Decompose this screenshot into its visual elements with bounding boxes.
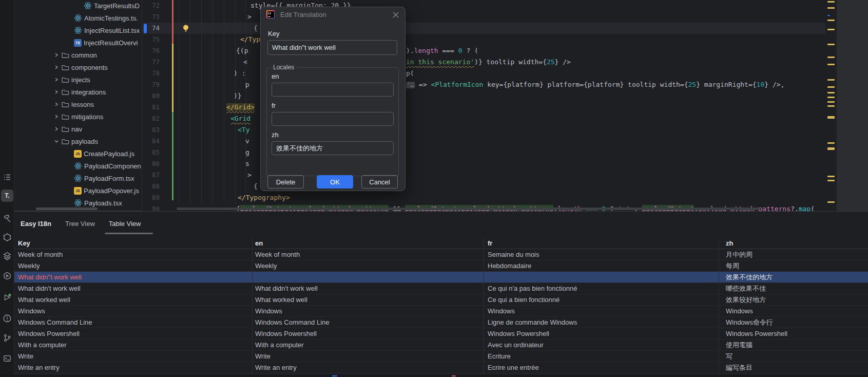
warning-stripe-mark[interactable] — [827, 101, 835, 103]
table-cell[interactable]: Avec un ordinateur — [488, 340, 721, 351]
warning-stripe-mark[interactable] — [827, 1, 835, 3]
code-editor[interactable]: 72737475767778798081828384858687888990 s… — [142, 0, 868, 211]
warning-stripe-mark[interactable] — [827, 147, 835, 150]
table-cell[interactable]: Write — [255, 351, 483, 362]
table-row[interactable]: Write an entryWrite an entryEcrire une e… — [14, 362, 868, 373]
table-cell[interactable]: What worked well — [255, 294, 483, 306]
code-line[interactable]: v — [142, 136, 868, 147]
tree-item[interactable]: TSInjectResultOvervi — [74, 36, 138, 49]
table-cell[interactable]: Weekly — [255, 260, 483, 272]
table-cell[interactable]: Ce qui a bien fonctionné — [488, 294, 721, 306]
table-cell[interactable]: 每周 — [726, 260, 863, 272]
code-line[interactable]: </Typography> — [142, 34, 868, 45]
column-divider[interactable] — [719, 238, 719, 375]
tree-item[interactable]: payloads — [54, 135, 98, 147]
table-cell[interactable]: Ecrire une entrée — [488, 362, 721, 373]
tree-item[interactable]: components — [54, 61, 108, 73]
tree-item[interactable]: JSPayloadPopover.js — [74, 184, 139, 197]
key-input[interactable] — [267, 40, 397, 55]
close-icon[interactable] — [392, 11, 400, 19]
table-cell[interactable]: Write — [18, 351, 250, 362]
table-cell[interactable]: Week of month — [255, 249, 483, 260]
code-line[interactable]: {(p).length === 0 ? ( — [142, 45, 868, 56]
warning-stripe-mark[interactable] — [827, 56, 835, 58]
warning-stripe-mark[interactable] — [827, 20, 835, 21]
tree-item[interactable]: integrations — [54, 86, 106, 98]
warning-stripe-mark[interactable] — [827, 201, 835, 203]
terminal-icon[interactable] — [1, 352, 13, 365]
tab-table-view[interactable]: Table View — [109, 220, 141, 228]
services-icon[interactable] — [1, 270, 13, 282]
tree-item[interactable]: PayloadForm.tsx — [74, 172, 134, 184]
table-cell[interactable]: Windows Powershell — [255, 328, 483, 340]
chevron-down-icon[interactable] — [54, 138, 59, 145]
warning-stripe-mark[interactable] — [827, 176, 835, 177]
warning-stripe-mark[interactable] — [827, 142, 835, 144]
table-cell[interactable]: Write an entry — [18, 362, 250, 373]
ok-button[interactable]: OK — [317, 175, 353, 188]
chevron-right-icon[interactable] — [54, 64, 59, 71]
column-header-key[interactable]: Key — [18, 238, 30, 249]
table-cell[interactable]: 哪些效果不佳 — [726, 283, 863, 294]
warning-stripe-mark[interactable] — [827, 116, 835, 119]
table-cell[interactable]: What didn"t work well — [18, 272, 250, 283]
table-row[interactable]: WeeklyWeeklyHebdomadaire每周 — [14, 260, 868, 272]
run-icon[interactable] — [1, 291, 13, 304]
table-row[interactable]: WindowsWindowsWindowsWindows — [14, 306, 868, 317]
warning-stripe-mark[interactable] — [827, 105, 835, 107]
problems-icon[interactable] — [1, 312, 13, 325]
warning-stripe-mark[interactable] — [827, 86, 835, 88]
table-cell[interactable]: Write an entry — [255, 362, 483, 373]
table-cell[interactable]: Ce qui n'a pas bien fonctionné — [488, 283, 721, 294]
chevron-right-icon[interactable] — [54, 125, 59, 133]
warning-stripe-mark[interactable] — [827, 64, 835, 65]
table-row[interactable]: What didn"t work well效果不佳的地方 — [14, 272, 868, 283]
table-row[interactable]: Week of monthWeek of monthSemaine du moi… — [14, 249, 868, 260]
tree-item[interactable]: lessons — [54, 98, 94, 110]
table-cell[interactable]: Ecriture — [488, 351, 721, 362]
table-cell[interactable]: Semaine du mois — [488, 249, 721, 260]
code-line[interactable]: g — [142, 147, 868, 158]
warning-stripe-mark[interactable] — [827, 7, 835, 9]
table-cell[interactable]: Hebdomadaire — [488, 260, 721, 272]
tree-item[interactable]: AtomicTestings.ts. — [74, 12, 138, 24]
tree-item[interactable]: JSCreatePayload.js — [74, 147, 134, 160]
tree-item[interactable]: PayloadComponen — [74, 160, 141, 172]
table-cell[interactable]: 使用電腦 — [726, 340, 863, 351]
layers-icon[interactable] — [1, 250, 13, 262]
code-line[interactable]: <in this scenario')} tooltip width={25} … — [142, 56, 868, 68]
table-cell[interactable]: 效果不佳的地方 — [726, 272, 863, 283]
table-cell[interactable]: Windows — [726, 306, 863, 317]
code-line[interactable]: </Typography> — [142, 192, 868, 203]
table-cell[interactable]: Windows Command Line — [18, 317, 250, 328]
table-cell[interactable] — [488, 272, 721, 283]
git-branch-icon[interactable] — [1, 332, 13, 344]
locale-input-fr[interactable] — [272, 112, 394, 126]
table-cell[interactable]: Weekly — [18, 260, 250, 272]
tree-item[interactable]: common — [54, 49, 97, 61]
warning-stripe-mark[interactable] — [827, 180, 835, 181]
table-cell[interactable]: Windows Powershell — [726, 328, 863, 340]
chevron-right-icon[interactable] — [54, 51, 59, 59]
column-divider[interactable] — [484, 238, 484, 375]
warning-stripe-mark[interactable] — [827, 92, 835, 93]
code-line[interactable]: s — [142, 158, 868, 169]
table-cell[interactable]: 写 — [726, 351, 863, 362]
warning-stripe-mark[interactable] — [827, 29, 835, 30]
table-cell[interactable]: 編写条目 — [726, 362, 863, 373]
editor-horizontal-scrollbar[interactable] — [177, 208, 760, 210]
table-cell[interactable]: What worked well — [18, 294, 250, 306]
code-line[interactable]: <Grid — [142, 113, 868, 124]
tree-item[interactable]: TargetResultsD — [84, 0, 140, 12]
table-cell[interactable]: Week of month — [18, 249, 250, 260]
table-row[interactable]: With a computerWith a computerAvec un or… — [14, 340, 868, 351]
table-row[interactable]: WriteWriteEcriture写 — [14, 351, 868, 362]
table-cell[interactable]: With a computer — [18, 340, 250, 351]
column-header-zh[interactable]: zh — [726, 238, 733, 249]
table-row[interactable]: What didn't work wellWhat didn't work we… — [14, 283, 868, 294]
tab-tree-view[interactable]: Tree View — [65, 220, 95, 228]
code-line[interactable]: <Ty — [142, 124, 868, 136]
tree-item[interactable]: nav — [54, 123, 82, 135]
code-line[interactable]: { — [142, 23, 868, 34]
warning-stripe-mark[interactable] — [827, 79, 835, 81]
